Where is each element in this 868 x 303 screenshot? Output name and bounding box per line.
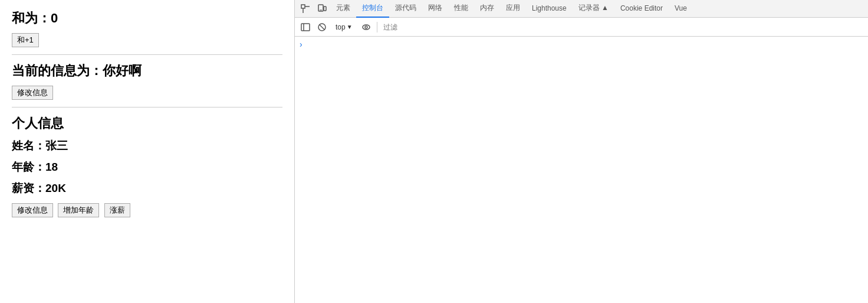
tab-sources[interactable]: 源代码 xyxy=(389,0,422,18)
tab-elements[interactable]: 元素 xyxy=(330,0,356,18)
person-salary: 薪资：20K xyxy=(12,181,282,196)
svg-point-10 xyxy=(363,25,370,30)
sidebar-toggle-icon[interactable] xyxy=(298,20,313,34)
console-content: › xyxy=(295,37,868,303)
person-age: 年龄：18 xyxy=(12,159,282,175)
tab-memory[interactable]: 内存 xyxy=(474,0,500,18)
device-icon[interactable] xyxy=(314,1,330,17)
clear-console-icon[interactable] xyxy=(315,20,329,34)
raise-salary-button[interactable]: 涨薪 xyxy=(104,203,130,217)
increase-age-button[interactable]: 增加年龄 xyxy=(58,203,99,217)
svg-point-11 xyxy=(365,26,367,28)
tab-console[interactable]: 控制台 xyxy=(356,0,389,18)
tab-vue[interactable]: Vue xyxy=(669,0,693,18)
svg-line-9 xyxy=(320,25,324,30)
tab-application[interactable]: 应用 xyxy=(500,0,526,18)
tab-network[interactable]: 网络 xyxy=(422,0,448,18)
message-title: 当前的信息为：你好啊 xyxy=(12,62,282,80)
svg-rect-4 xyxy=(324,6,326,11)
tab-cookie-editor[interactable]: Cookie Editor xyxy=(614,0,669,18)
tab-recorder[interactable]: 记录器 ▲ xyxy=(573,0,614,18)
sum-title: 和为：0 xyxy=(12,9,282,27)
context-selector[interactable]: top ▼ xyxy=(331,21,357,33)
personal-heading: 个人信息 xyxy=(12,115,282,132)
console-toolbar: top ▼ xyxy=(295,18,868,37)
filter-input[interactable] xyxy=(381,22,864,32)
eye-icon[interactable] xyxy=(359,20,373,34)
svg-rect-6 xyxy=(301,24,310,31)
dropdown-arrow-icon: ▼ xyxy=(347,24,353,30)
personal-section: 个人信息 姓名：张三 年龄：18 薪资：20K 修改信息 增加年龄 涨薪 xyxy=(12,115,282,217)
svg-rect-0 xyxy=(301,5,305,8)
message-section: 当前的信息为：你好啊 修改信息 xyxy=(12,62,282,107)
console-expand-arrow[interactable]: › xyxy=(300,40,303,49)
tab-lighthouse[interactable]: Lighthouse xyxy=(526,0,573,18)
tab-performance[interactable]: 性能 xyxy=(448,0,474,18)
inspect-icon[interactable] xyxy=(297,1,314,17)
modify-personal-button[interactable]: 修改信息 xyxy=(12,203,53,217)
context-label: top xyxy=(336,23,346,31)
devtools-tab-bar: 元素 控制台 源代码 网络 性能 内存 应用 Lighthouse 记录器 ▲ … xyxy=(295,0,868,18)
app-content: 和为：0 和+1 当前的信息为：你好啊 修改信息 个人信息 姓名：张三 年龄：1… xyxy=(0,0,295,303)
sum-section: 和为：0 和+1 xyxy=(12,9,282,55)
modify-message-button[interactable]: 修改信息 xyxy=(12,86,53,100)
person-name: 姓名：张三 xyxy=(12,138,282,154)
sum-button[interactable]: 和+1 xyxy=(12,33,39,47)
personal-buttons: 修改信息 增加年龄 涨薪 xyxy=(12,203,282,217)
devtools-panel: 元素 控制台 源代码 网络 性能 内存 应用 Lighthouse 记录器 ▲ … xyxy=(295,0,868,303)
separator xyxy=(377,22,377,32)
